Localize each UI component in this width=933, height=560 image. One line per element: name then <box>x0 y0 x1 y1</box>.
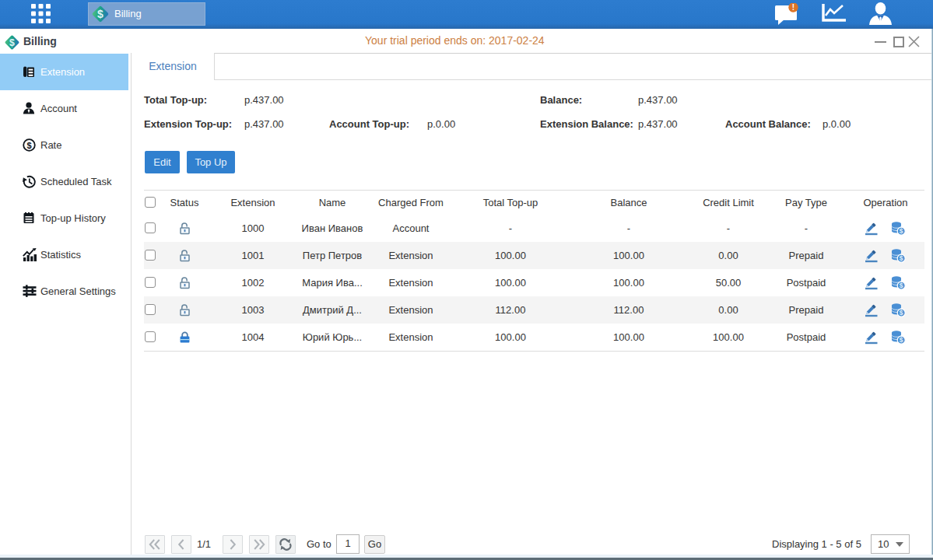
svg-text:$: $ <box>97 8 103 20</box>
svg-text:$: $ <box>900 336 903 344</box>
svg-text:$: $ <box>9 37 15 48</box>
svg-text:$: $ <box>900 254 903 262</box>
svg-text:!: ! <box>792 3 794 12</box>
svg-text:$: $ <box>900 282 903 289</box>
svg-text:$: $ <box>26 141 31 150</box>
svg-text:$: $ <box>900 227 903 235</box>
svg-text:$: $ <box>900 309 903 317</box>
